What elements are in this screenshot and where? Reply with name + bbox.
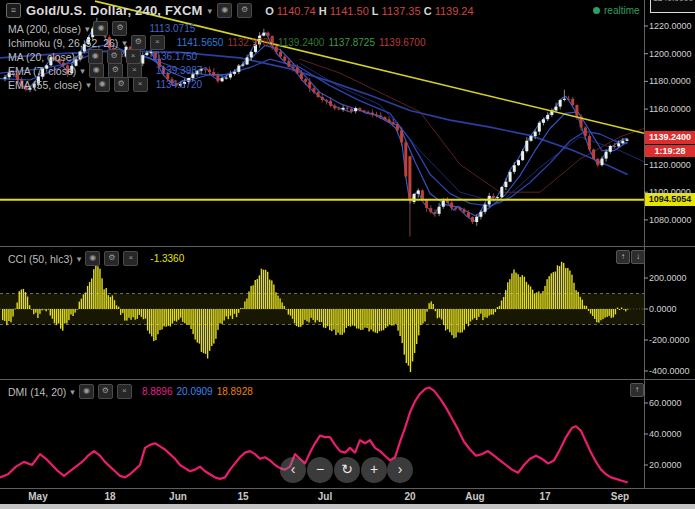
reset-view-button[interactable]: ↻	[334, 457, 360, 483]
close-icon[interactable]: ×	[123, 251, 138, 266]
chevron-down-icon[interactable]: ▾	[208, 6, 213, 16]
eye-icon[interactable]: ◉	[93, 21, 108, 36]
high-value: 1141.50	[330, 5, 369, 17]
close-label: C	[424, 5, 432, 17]
low-value: 1137.35	[382, 5, 421, 17]
eye-icon[interactable]: ◉	[88, 49, 103, 64]
bottom-scrollbar[interactable]	[0, 504, 695, 509]
indicator-value: 18.8928	[217, 386, 253, 397]
price-axis-label: 1120.0000	[649, 160, 691, 170]
indicator-value: 1137.8725	[328, 37, 375, 48]
chevron-down-icon[interactable]: ▾	[79, 52, 84, 62]
price-axis-label: 1180.0000	[649, 76, 691, 86]
chevron-down-icon[interactable]: ▾	[86, 80, 91, 90]
cci-axis-label: 200.0000	[649, 273, 687, 283]
chevron-down-icon[interactable]: ▾	[122, 38, 127, 48]
eye-icon[interactable]: ◉	[217, 3, 232, 18]
price-axis-label: 1200.0000	[649, 49, 692, 59]
cci-axis-label: 0.0000	[649, 304, 677, 314]
indicator-title[interactable]: CCI (50, hlc3)	[8, 253, 73, 265]
dmi-move-up-button[interactable]: ↑	[630, 383, 644, 397]
chevron-down-icon[interactable]: ▾	[70, 387, 75, 397]
gear-icon[interactable]: ⚙	[237, 3, 252, 18]
time-axis-label: 17	[539, 491, 550, 503]
close-icon[interactable]: ×	[127, 63, 142, 78]
close-icon[interactable]: ×	[117, 384, 132, 399]
indicator-title[interactable]: MA (20, close)	[8, 51, 75, 63]
eye-icon[interactable]: ◉	[89, 63, 104, 78]
trading-chart-app: ≡ Gold/U.S. Dollar, 240, FXCM ▾ ◉ ⚙ O 11…	[0, 0, 695, 509]
gear-icon[interactable]: ⚙	[107, 49, 122, 64]
time-axis-label: 15	[237, 491, 248, 503]
price-axis-label: 1160.0000	[649, 104, 691, 114]
indicator-value: 1139.3987	[156, 65, 203, 76]
legend-row-ema7: EMA (7, close) ▾ ◉ ⚙ × 1139.3987	[8, 63, 202, 78]
gear-icon[interactable]: ⚙	[112, 21, 127, 36]
legend-row-ichimoku: Ichimoku (9, 26, 52, 26) ▾ ⚙ × 1141.5650…	[8, 35, 426, 50]
indicator-value: 1134.6720	[156, 79, 203, 90]
ohlc-readout: O 1140.74 H 1141.50 L 1137.35 C 1139.24	[265, 5, 473, 17]
gear-icon[interactable]: ⚙	[98, 384, 113, 399]
zoom-out-button[interactable]: −	[307, 457, 333, 483]
price-axis-label: 1080.0000	[649, 215, 692, 225]
indicator-value: 1113.0715	[149, 23, 195, 34]
legend-row-ema55: EMA (55, close) ▾ ◉ ⚙ × 1134.6720	[8, 77, 202, 92]
chevron-down-icon[interactable]: ▾	[85, 24, 90, 34]
pan-right-button[interactable]: ›	[387, 457, 413, 483]
indicator-value: 1132.9780	[227, 37, 274, 48]
time-axis-label: 20	[404, 491, 415, 503]
dmi-axis-label: 20.0000	[649, 460, 682, 470]
dmi-axis-label: 40.0000	[649, 429, 682, 439]
time-axis-label: Jul	[318, 491, 332, 503]
indicator-value: 1136.1750	[151, 51, 198, 62]
time-axis-label: May	[28, 491, 47, 503]
legend-row-ma20: MA (20, close) ▾ ◉ ⚙ × 1136.1750	[8, 49, 197, 64]
chevron-down-icon[interactable]: ▾	[77, 254, 82, 264]
gear-icon[interactable]: ⚙	[131, 35, 146, 50]
zoom-in-button[interactable]: +	[361, 457, 387, 483]
gear-icon[interactable]: ⚙	[104, 251, 119, 266]
low-label: L	[372, 5, 379, 17]
price-axis-label: 1220.0000	[649, 21, 692, 31]
time-axis-label: Jun	[169, 491, 187, 503]
indicator-title[interactable]: DMI (14, 20)	[8, 386, 66, 398]
legend-row-ma200: MA (200, close) ▾ ◉ ⚙ 1113.0715	[8, 21, 195, 36]
symbol-title[interactable]: Gold/U.S. Dollar, 240, FXCM	[26, 3, 203, 18]
current-price-badge: 1139.2400	[645, 131, 695, 144]
open-label: O	[265, 5, 274, 17]
cci-panel-header: CCI (50, hlc3) ▾ ◉ ⚙ × -1.3360	[8, 251, 184, 266]
open-value: 1140.74	[277, 5, 316, 17]
indicator-title[interactable]: Ichimoku (9, 26, 52, 26)	[8, 37, 118, 49]
gear-icon[interactable]: ⚙	[108, 63, 123, 78]
eye-icon[interactable]: ◉	[85, 251, 100, 266]
close-icon[interactable]: ×	[126, 49, 141, 64]
menu-icon[interactable]: ≡	[6, 3, 21, 18]
gear-icon[interactable]: ⚙	[114, 77, 129, 92]
price-axis-label: 1100.0000	[649, 187, 691, 197]
indicator-value: 8.8896	[142, 386, 173, 397]
cci-axis-label: -400.0000	[649, 366, 690, 376]
indicator-value: 1139.2400	[278, 37, 325, 48]
clipped-axis-label: 1240.0000	[650, 0, 695, 13]
indicator-title[interactable]: EMA (7, close)	[8, 65, 76, 77]
indicator-value: 20.0909	[176, 386, 212, 397]
indicator-value: -1.3360	[150, 253, 184, 264]
indicator-title[interactable]: MA (200, close)	[8, 23, 81, 35]
close-icon[interactable]: ×	[133, 77, 148, 92]
chevron-down-icon[interactable]: ▾	[80, 66, 85, 76]
cci-axis-label: -200.0000	[649, 335, 690, 345]
eye-icon[interactable]: ◉	[79, 384, 94, 399]
bar-countdown-badge: 1:19:28	[645, 145, 695, 157]
pan-left-button[interactable]: ‹	[280, 457, 306, 483]
time-axis-label: 18	[104, 491, 115, 503]
realtime-status: realtime	[593, 5, 640, 16]
indicator-title[interactable]: EMA (55, close)	[8, 79, 82, 91]
chart-header: ≡ Gold/U.S. Dollar, 240, FXCM ▾ ◉ ⚙ O 11…	[6, 3, 474, 18]
close-icon[interactable]: ×	[150, 35, 165, 50]
eye-icon[interactable]: ◉	[95, 77, 110, 92]
cci-move-down-button[interactable]: ↓	[631, 250, 645, 264]
realtime-label: realtime	[604, 5, 640, 16]
realtime-dot-icon	[593, 7, 600, 14]
close-value: 1139.24	[435, 5, 474, 17]
cci-move-up-button[interactable]: ↑	[616, 250, 630, 264]
